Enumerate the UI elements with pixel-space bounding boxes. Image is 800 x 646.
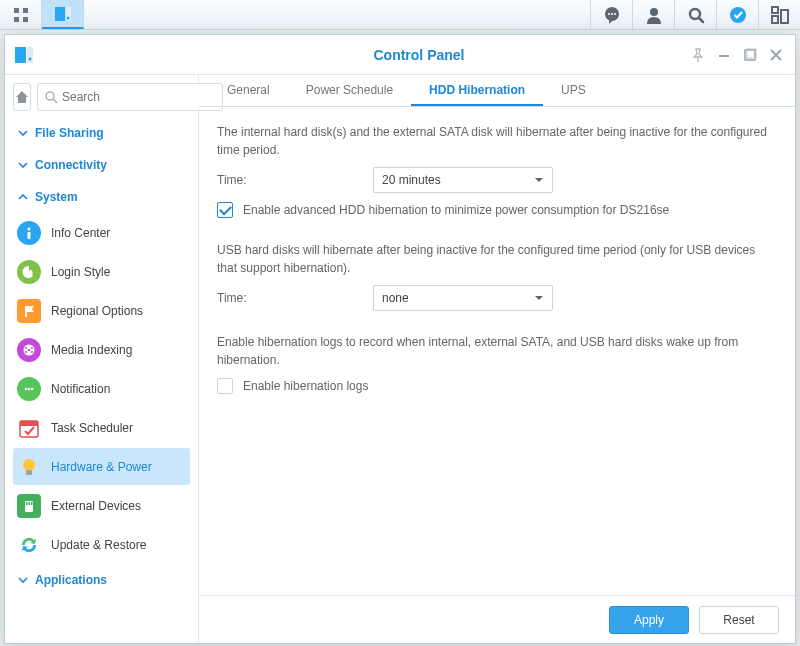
nav-section-connectivity[interactable]: Connectivity <box>13 149 190 181</box>
advanced-hibernation-label: Enable advanced HDD hibernation to minim… <box>243 201 669 219</box>
sidebar-item-external-devices[interactable]: External Devices <box>13 487 190 524</box>
svg-rect-41 <box>20 421 38 426</box>
svg-point-42 <box>23 459 35 471</box>
hibernation-logs-row[interactable]: Enable hibernation logs <box>217 377 777 395</box>
tab-hdd-hibernation[interactable]: HDD Hibernation <box>411 75 543 106</box>
internal-time-select[interactable]: 20 minutes <box>373 167 553 193</box>
sync-icon <box>17 533 41 557</box>
system-taskbar <box>0 0 800 30</box>
sidebar-item-label: Hardware & Power <box>51 460 152 474</box>
info-icon <box>17 221 41 245</box>
sidebar-item-regional-options[interactable]: Regional Options <box>13 292 190 329</box>
home-button[interactable] <box>13 83 31 111</box>
sidebar-item-info-center[interactable]: Info Center <box>13 214 190 251</box>
palette-icon <box>17 260 41 284</box>
svg-rect-17 <box>772 16 778 23</box>
svg-rect-45 <box>26 502 28 505</box>
sidebar-item-label: Media Indexing <box>51 343 132 357</box>
tab-ups[interactable]: UPS <box>543 75 604 106</box>
svg-point-36 <box>31 351 33 353</box>
taskbar-status-icon[interactable] <box>716 0 758 29</box>
pin-icon[interactable] <box>685 42 711 68</box>
advanced-hibernation-row[interactable]: Enable advanced HDD hibernation to minim… <box>217 201 777 219</box>
advanced-hibernation-checkbox[interactable] <box>217 202 233 218</box>
tab-power-schedule[interactable]: Power Schedule <box>288 75 411 106</box>
taskbar-search-icon[interactable] <box>674 0 716 29</box>
internal-desc: The internal hard disk(s) and the extern… <box>217 123 777 159</box>
minimize-icon[interactable] <box>711 42 737 68</box>
chevron-down-icon <box>534 293 544 303</box>
chevron-down-icon <box>17 160 29 170</box>
logs-desc: Enable hibernation logs to record when i… <box>217 333 777 369</box>
nav-section-system[interactable]: System <box>13 181 190 213</box>
usb-time-select[interactable]: none <box>373 285 553 311</box>
svg-point-35 <box>25 351 27 353</box>
sidebar-item-media-indexing[interactable]: Media Indexing <box>13 331 190 368</box>
calendar-icon <box>17 416 41 440</box>
taskbar-user-icon[interactable] <box>632 0 674 29</box>
chevron-down-icon <box>17 575 29 585</box>
taskbar-chat-icon[interactable] <box>590 0 632 29</box>
svg-point-28 <box>28 227 31 230</box>
svg-point-11 <box>650 8 658 16</box>
sidebar-item-update-restore[interactable]: Update & Restore <box>13 526 190 563</box>
svg-rect-29 <box>28 232 31 239</box>
sidebar-item-label: Regional Options <box>51 304 143 318</box>
search-input[interactable] <box>58 85 216 109</box>
svg-point-20 <box>29 57 32 60</box>
window-app-icon <box>5 46 43 64</box>
svg-point-38 <box>28 387 31 390</box>
taskbar-left <box>0 0 84 29</box>
time-label: Time: <box>217 171 373 189</box>
taskbar-right <box>590 0 800 29</box>
sdcard-icon <box>17 494 41 518</box>
search-icon <box>44 90 58 104</box>
svg-rect-18 <box>15 47 26 63</box>
maximize-icon[interactable] <box>737 42 763 68</box>
reset-button[interactable]: Reset <box>699 606 779 634</box>
svg-rect-1 <box>23 8 28 13</box>
taskbar-app-controlpanel[interactable] <box>42 0 84 29</box>
window-title: Control Panel <box>43 47 795 63</box>
tab-general[interactable]: General <box>209 75 288 106</box>
svg-rect-30 <box>25 306 27 317</box>
sidebar-item-login-style[interactable]: Login Style <box>13 253 190 290</box>
nav-section-applications[interactable]: Applications <box>13 564 190 596</box>
svg-point-39 <box>31 387 34 390</box>
svg-rect-46 <box>29 502 31 505</box>
close-icon[interactable] <box>763 42 789 68</box>
window-titlebar: Control Panel <box>5 35 795 75</box>
apply-button[interactable]: Apply <box>609 606 689 634</box>
svg-point-33 <box>25 347 27 349</box>
sidebar-item-notification[interactable]: Notification <box>13 370 190 407</box>
sidebar-search[interactable] <box>37 83 223 111</box>
svg-rect-47 <box>31 502 33 505</box>
control-panel-window: Control Panel File Sharing <box>4 34 796 644</box>
sidebar-item-label: External Devices <box>51 499 141 513</box>
sidebar-item-task-scheduler[interactable]: Task Scheduler <box>13 409 190 446</box>
svg-point-10 <box>614 13 616 15</box>
svg-point-9 <box>611 13 613 15</box>
taskbar-widgets-icon[interactable] <box>758 0 800 29</box>
sidebar-item-hardware-power[interactable]: Hardware & Power <box>13 448 190 485</box>
chevron-up-icon <box>17 192 29 202</box>
hibernation-logs-label: Enable hibernation logs <box>243 377 368 395</box>
sidebar-item-label: Info Center <box>51 226 110 240</box>
nav-section-label: Applications <box>35 573 107 587</box>
usb-desc: USB hard disks will hibernate after bein… <box>217 241 777 277</box>
nav-section-filesharing[interactable]: File Sharing <box>13 117 190 149</box>
time-label: Time: <box>217 289 373 307</box>
svg-point-37 <box>25 387 28 390</box>
tab-bar: General Power Schedule HDD Hibernation U… <box>199 75 795 107</box>
svg-rect-0 <box>14 8 19 13</box>
svg-point-6 <box>66 16 69 19</box>
hibernation-logs-checkbox[interactable] <box>217 378 233 394</box>
svg-rect-43 <box>26 470 32 475</box>
film-icon <box>17 338 41 362</box>
svg-line-27 <box>53 99 57 103</box>
svg-line-13 <box>699 18 703 22</box>
svg-point-34 <box>31 347 33 349</box>
sidebar: File Sharing Connectivity System Info Ce… <box>5 75 199 643</box>
svg-point-32 <box>28 348 31 351</box>
taskbar-apps-button[interactable] <box>0 0 42 29</box>
